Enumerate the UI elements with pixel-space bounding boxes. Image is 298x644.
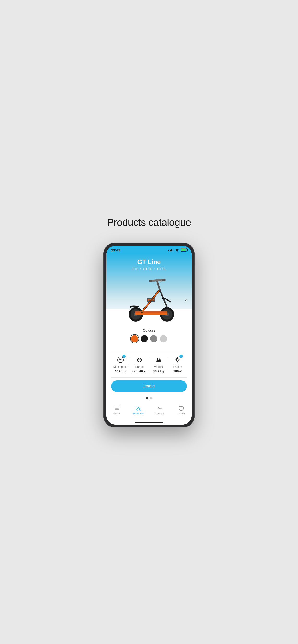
details-section: Details xyxy=(106,378,192,396)
speedometer-icon-wrap: i xyxy=(116,356,125,364)
weight-icon-wrap xyxy=(154,356,163,364)
home-bar xyxy=(135,422,163,422)
battery-icon xyxy=(181,248,187,252)
spec-value-range: up to 40 km xyxy=(131,370,148,373)
range-icon-wrap xyxy=(135,356,144,364)
nav-item-products[interactable]: Products xyxy=(128,405,149,415)
engine-icon-wrap: i xyxy=(173,356,182,364)
weight-icon xyxy=(155,356,162,363)
spec-value-weight: 13.2 kg xyxy=(153,370,164,373)
page-title: Products catalogue xyxy=(107,217,191,228)
swatch-light-gray[interactable] xyxy=(160,335,167,342)
svg-point-38 xyxy=(139,409,141,410)
nav-item-social[interactable]: Social xyxy=(106,405,128,415)
spec-max-speed: i Max speed 46 km/h xyxy=(111,356,130,373)
product-variants: GTS GT SE GT SL xyxy=(111,267,187,271)
svg-line-30 xyxy=(179,358,179,359)
svg-text:ETWOW: ETWOW xyxy=(147,299,154,301)
details-button[interactable]: Details xyxy=(111,380,187,392)
nav-label-products: Products xyxy=(133,412,143,415)
svg-point-46 xyxy=(180,406,182,408)
svg-point-37 xyxy=(136,409,138,410)
bottom-nav: Social Products xyxy=(106,402,192,421)
nav-item-connect[interactable]: Connect xyxy=(149,405,170,415)
status-bar: 13:49 xyxy=(106,246,192,254)
svg-rect-14 xyxy=(162,279,166,281)
svg-rect-13 xyxy=(149,280,152,282)
page-dot-2[interactable] xyxy=(150,397,152,399)
spec-value-engine: 700W xyxy=(174,370,182,373)
spec-engine: i Engine 700W xyxy=(168,356,187,373)
wifi-icon xyxy=(175,248,179,252)
home-indicator xyxy=(106,421,192,424)
scooter-image-area: ETWOW › xyxy=(106,276,192,324)
svg-line-28 xyxy=(176,358,177,359)
nav-label-connect: Connect xyxy=(155,412,165,415)
social-icon xyxy=(114,405,120,411)
swatch-black[interactable] xyxy=(140,335,148,342)
spec-range: Range up to 40 km xyxy=(130,356,149,373)
status-icons xyxy=(169,248,187,252)
range-icon xyxy=(136,356,143,363)
phone-frame: 13:49 GT Line xyxy=(103,243,195,428)
scooter-image: ETWOW xyxy=(118,276,180,324)
swatch-orange[interactable] xyxy=(131,335,138,342)
svg-rect-7 xyxy=(135,312,168,313)
colours-label: Colours xyxy=(111,328,187,332)
product-line-title: GT Line xyxy=(111,258,187,266)
svg-point-22 xyxy=(158,358,160,360)
svg-point-44 xyxy=(159,408,161,409)
nav-label-social: Social xyxy=(113,412,121,415)
spec-label-speed: Max speed xyxy=(113,365,128,368)
dot-separator xyxy=(154,268,155,269)
nav-item-profile[interactable]: Profile xyxy=(170,405,192,415)
status-time: 13:49 xyxy=(111,248,120,252)
svg-line-29 xyxy=(179,361,179,362)
profile-icon xyxy=(178,405,184,411)
info-badge-engine: i xyxy=(180,354,183,358)
spec-label-engine: Engine xyxy=(173,365,182,368)
page-dot-1[interactable] xyxy=(146,397,148,399)
pagination-dots xyxy=(106,396,192,402)
colours-section: Colours xyxy=(106,324,192,351)
phone-screen: 13:49 GT Line xyxy=(106,246,192,424)
swatch-gray[interactable] xyxy=(150,335,158,342)
spec-label-weight: Weight xyxy=(154,365,163,368)
connect-icon xyxy=(157,405,163,411)
nav-label-profile: Profile xyxy=(177,412,185,415)
spec-value-speed: 46 km/h xyxy=(115,370,126,373)
spec-label-range: Range xyxy=(135,365,144,368)
dot-separator xyxy=(140,268,141,269)
colour-swatches[interactable] xyxy=(111,335,187,342)
products-icon xyxy=(135,405,141,411)
svg-rect-34 xyxy=(116,408,117,409)
signal-icon xyxy=(169,249,174,251)
spec-weight: Weight 13.2 kg xyxy=(149,356,168,373)
specs-section: i Max speed 46 km/h Range up to 40 km xyxy=(106,351,192,377)
info-badge-speed: i xyxy=(122,354,126,358)
svg-line-11 xyxy=(157,280,160,290)
next-chevron[interactable]: › xyxy=(185,296,187,303)
svg-line-31 xyxy=(176,361,177,362)
